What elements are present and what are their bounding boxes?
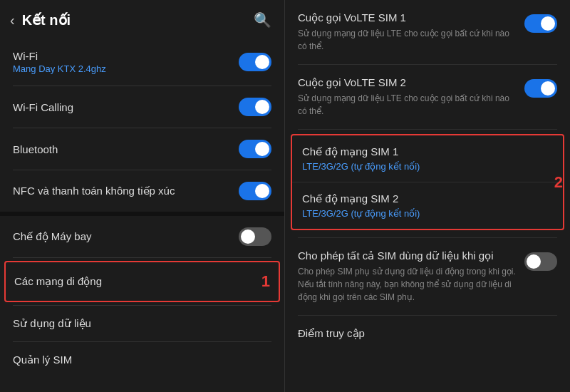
volte-sim2-title: Cuộc gọi VoLTE SIM 2 xyxy=(298,76,516,89)
menu-item-bluetooth[interactable]: Bluetooth xyxy=(0,128,284,170)
volte-sim2-desc: Sử dụng mạng dữ liệu LTE cho cuộc gọi bấ… xyxy=(298,92,516,118)
left-panel: ‹ Kết nối 🔍 Wi-Fi Mang Day KTX 2.4ghz Wi… xyxy=(0,0,285,392)
volte-sim2-content: Cuộc gọi VoLTE SIM 2 Sử dụng mạng dữ liệ… xyxy=(298,76,524,118)
back-icon[interactable]: ‹ xyxy=(10,12,15,29)
wifi-subtitle: Mang Day KTX 2.4ghz xyxy=(13,63,106,74)
allow-sim-toggle[interactable] xyxy=(524,252,557,271)
volte-sim1-toggle[interactable] xyxy=(524,14,557,33)
airplane-content: Chế độ Máy bay xyxy=(13,230,92,243)
network-sim1-title: Chế độ mạng SIM 1 xyxy=(302,145,553,158)
highlighted-section: Chế độ mạng SIM 1 LTE/3G/2G (tự động kết… xyxy=(285,130,570,234)
allow-sim-desc: Cho phép SIM phụ sử dụng dữ liệu di động… xyxy=(298,265,516,304)
sim-manager-content: Quản lý SIM xyxy=(13,354,72,366)
badge-1: 1 xyxy=(261,272,270,291)
search-icon[interactable]: 🔍 xyxy=(254,11,271,29)
bluetooth-content: Bluetooth xyxy=(13,143,58,155)
menu-item-wifi[interactable]: Wi-Fi Mang Day KTX 2.4ghz xyxy=(0,38,284,86)
wifi-calling-toggle[interactable] xyxy=(239,98,271,116)
right-panel: Cuộc gọi VoLTE SIM 1 Sử dụng mạng dữ liệ… xyxy=(285,0,570,392)
highlighted-box: Chế độ mạng SIM 1 LTE/3G/2G (tự động kết… xyxy=(291,134,564,230)
wifi-content: Wi-Fi Mang Day KTX 2.4ghz xyxy=(13,50,106,74)
right-item-network-sim2[interactable]: Chế độ mạng SIM 2 LTE/3G/2G (tự động kết… xyxy=(292,182,563,229)
page-title: Kết nối xyxy=(22,11,71,29)
right-item-access-point[interactable]: Điểm truy cập xyxy=(285,316,570,354)
menu-item-data-usage[interactable]: Sử dụng dữ liệu xyxy=(0,306,284,341)
right-item-allow-sim[interactable]: Cho phép tất cả SIM dùng dữ liệu khi gọi… xyxy=(285,238,570,315)
network-sim2-title: Chế độ mạng SIM 2 xyxy=(302,192,553,205)
badge-2: 2 xyxy=(554,173,563,192)
volte-sim1-desc: Sử dụng mạng dữ liệu LTE cho cuộc gọi bấ… xyxy=(298,27,516,53)
volte-sim1-content: Cuộc gọi VoLTE SIM 1 Sử dụng mạng dữ liệ… xyxy=(298,11,524,53)
airplane-title: Chế độ Máy bay xyxy=(13,230,92,243)
network-sim2-subtitle: LTE/3G/2G (tự động kết nối) xyxy=(302,208,553,219)
header-left: ‹ Kết nối xyxy=(10,11,71,29)
wifi-calling-content: Wi-Fi Calling xyxy=(13,101,73,113)
volte-sim2-toggle[interactable] xyxy=(524,79,557,98)
bluetooth-title: Bluetooth xyxy=(13,143,58,155)
menu-item-wifi-calling[interactable]: Wi-Fi Calling xyxy=(0,86,284,128)
sim-manager-title: Quản lý SIM xyxy=(13,354,72,366)
nfc-toggle[interactable] xyxy=(239,182,271,200)
volte-sim1-title: Cuộc gọi VoLTE SIM 1 xyxy=(298,11,516,24)
menu-item-nfc[interactable]: NFC và thanh toán không tiếp xúc xyxy=(0,170,284,212)
menu-item-airplane[interactable]: Chế độ Máy bay xyxy=(0,216,284,257)
menu-item-mobile-networks[interactable]: Các mạng di động 1 xyxy=(4,261,280,302)
right-item-network-sim1[interactable]: Chế độ mạng SIM 1 LTE/3G/2G (tự động kết… xyxy=(292,135,563,182)
wifi-toggle[interactable] xyxy=(239,53,271,71)
right-item-volte-sim2[interactable]: Cuộc gọi VoLTE SIM 2 Sử dụng mạng dữ liệ… xyxy=(285,65,570,129)
allow-sim-content: Cho phép tất cả SIM dùng dữ liệu khi gọi… xyxy=(298,249,524,304)
menu-list: Wi-Fi Mang Day KTX 2.4ghz Wi-Fi Calling … xyxy=(0,38,284,392)
access-point-title: Điểm truy cập xyxy=(298,327,557,340)
nfc-title: NFC và thanh toán không tiếp xúc xyxy=(13,185,175,197)
nfc-content: NFC và thanh toán không tiếp xúc xyxy=(13,185,175,197)
data-usage-title: Sử dụng dữ liệu xyxy=(13,317,91,330)
allow-sim-title: Cho phép tất cả SIM dùng dữ liệu khi gọi xyxy=(298,249,516,262)
mobile-networks-title: Các mạng di động xyxy=(14,275,256,288)
data-usage-content: Sử dụng dữ liệu xyxy=(13,317,91,330)
right-item-volte-sim1[interactable]: Cuộc gọi VoLTE SIM 1 Sử dụng mạng dữ liệ… xyxy=(285,0,570,64)
wifi-title: Wi-Fi xyxy=(13,50,106,62)
header: ‹ Kết nối 🔍 xyxy=(0,0,284,38)
wifi-calling-title: Wi-Fi Calling xyxy=(13,101,73,113)
menu-item-sim-manager[interactable]: Quản lý SIM xyxy=(0,342,284,378)
mobile-networks-content: Các mạng di động xyxy=(14,275,256,288)
divider-airplane xyxy=(13,257,271,258)
airplane-toggle[interactable] xyxy=(239,227,271,246)
network-sim1-subtitle: LTE/3G/2G (tự động kết nối) xyxy=(302,161,553,172)
bluetooth-toggle[interactable] xyxy=(239,140,271,158)
